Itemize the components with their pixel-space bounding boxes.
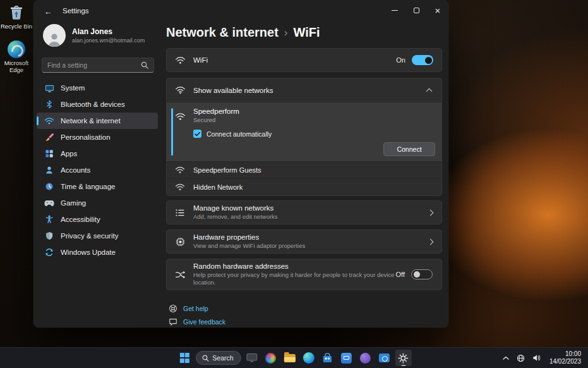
network-tray-button[interactable]: [513, 350, 528, 365]
row-subtitle: View and manage WiFi adaptor properties: [193, 242, 408, 250]
search-input[interactable]: [47, 61, 141, 69]
breadcrumb-separator-icon: ›: [284, 26, 288, 39]
network-icon: [44, 117, 54, 125]
show-available-networks-header[interactable]: Show available networks: [167, 78, 441, 102]
random-hardware-toggle[interactable]: [411, 269, 433, 279]
settings-window: ← Settings × Alan Jones alan.jones.w: [33, 0, 448, 328]
network-item-speedperform-guests[interactable]: Speedperform Guests: [167, 161, 441, 178]
taskbar-clock[interactable]: 10:00 14/02/2023: [545, 350, 585, 365]
random-hardware-state-label: Off: [396, 271, 405, 278]
sidebar-item-label: Accounts: [61, 166, 90, 174]
network-item-speedperform[interactable]: Speedperform Secured Connect automatical…: [167, 102, 441, 161]
start-icon: [180, 353, 190, 363]
toggle-knob: [414, 271, 420, 278]
desktop-icon-recycle-bin[interactable]: Recycle Bin: [0, 4, 33, 30]
close-icon: ×: [435, 6, 441, 15]
sidebar-item-apps[interactable]: Apps: [37, 145, 158, 162]
check-icon: [195, 132, 200, 137]
get-help-link[interactable]: Get help: [169, 302, 442, 315]
sidebar-item-bluetooth-devices[interactable]: Bluetooth & devices: [37, 96, 158, 113]
start-button[interactable]: [176, 350, 193, 366]
available-networks-icon: [167, 86, 193, 94]
row-title: Hardware properties: [193, 233, 428, 241]
page-title: WiFi: [293, 25, 320, 40]
taskbar-search-label: Search: [212, 354, 233, 362]
volume-tray-button[interactable]: [529, 350, 544, 365]
accessibility-icon: [44, 215, 54, 224]
wifi-toggle[interactable]: [412, 55, 433, 65]
breadcrumb-parent[interactable]: Network & internet: [166, 25, 279, 40]
app-icon-purple: [360, 353, 371, 364]
gaming-icon: [44, 200, 54, 207]
desktop: Recycle Bin Microsoft Edge ← Settings ×: [0, 0, 588, 368]
user-profile[interactable]: Alan Jones alan.jones.wm@hotmail.com: [43, 24, 145, 47]
mail-icon: [341, 353, 352, 364]
help-icon: [169, 304, 177, 313]
search-icon: [141, 61, 148, 69]
give-feedback-link[interactable]: Give feedback: [169, 315, 442, 328]
close-button[interactable]: ×: [427, 0, 448, 20]
file-explorer-button[interactable]: [282, 350, 298, 366]
bluetooth-icon: [44, 100, 54, 109]
back-button[interactable]: ←: [39, 3, 57, 20]
minimize-button[interactable]: [384, 0, 405, 20]
sidebar-item-system[interactable]: System: [37, 80, 158, 96]
search-box[interactable]: [42, 58, 154, 73]
network-item-hidden-network[interactable]: Hidden Network: [167, 178, 441, 195]
camera-button[interactable]: [376, 350, 393, 366]
clock-time: 10:00: [549, 350, 581, 358]
sidebar-nav: System Bluetooth & devices Network & int…: [37, 80, 158, 261]
task-view-icon: [246, 353, 258, 363]
task-view-button[interactable]: [244, 350, 260, 366]
hardware-properties-row[interactable]: Hardware properties View and manage WiFi…: [166, 230, 442, 254]
manage-known-networks-row[interactable]: Manage known networks Add, remove, and e…: [166, 200, 442, 224]
sidebar-item-accounts[interactable]: Accounts: [37, 162, 158, 178]
network-name: Speedperform: [193, 107, 239, 115]
sidebar-item-label: Network & internet: [61, 117, 121, 125]
sidebar-item-label: Privacy & security: [61, 232, 118, 240]
photos-icon: [265, 353, 276, 364]
wifi-label: WiFi: [193, 56, 396, 64]
sidebar-item-accessibility[interactable]: Accessibility: [37, 211, 158, 228]
network-globe-icon: [517, 354, 525, 362]
privacy-security-icon: [44, 231, 54, 240]
apps-icon: [44, 149, 54, 158]
wifi-icon: [167, 183, 193, 191]
edge-icon: [303, 352, 315, 364]
sidebar-item-network-internet[interactable]: Network & internet: [37, 113, 158, 129]
chevron-right-icon: [428, 209, 434, 216]
connect-button[interactable]: Connect: [383, 142, 435, 156]
clock-date: 14/02/2023: [549, 358, 581, 365]
sidebar-item-windows-update[interactable]: Windows Update: [37, 244, 158, 261]
sidebar-item-personalisation[interactable]: Personalisation: [37, 129, 158, 145]
mail-button[interactable]: [339, 350, 355, 366]
link-label: Give feedback: [183, 318, 225, 326]
sidebar-item-gaming[interactable]: Gaming: [37, 195, 158, 211]
checkbox-label: Connect automatically: [207, 130, 272, 138]
tray-overflow-button[interactable]: [500, 350, 512, 365]
accounts-icon: [44, 166, 54, 175]
edge-icon: [8, 40, 25, 58]
taskbar-search[interactable]: Search: [195, 351, 241, 365]
camera-icon: [379, 353, 390, 362]
sidebar-item-privacy-security[interactable]: Privacy & security: [37, 228, 158, 244]
sidebar-item-time-language[interactable]: Time & language: [37, 178, 158, 195]
photos-button[interactable]: [263, 350, 279, 366]
sidebar-item-label: Apps: [61, 150, 77, 157]
volume-icon: [532, 354, 541, 362]
maximize-button[interactable]: [405, 0, 427, 20]
desktop-icon-label: Recycle Bin: [1, 23, 32, 30]
wifi-icon: [167, 166, 193, 174]
row-subtitle: Help protect your privacy by making it h…: [193, 271, 396, 287]
desktop-icon-microsoft-edge[interactable]: Microsoft Edge: [0, 40, 33, 73]
edge-button[interactable]: [301, 350, 317, 366]
store-button[interactable]: [320, 350, 336, 366]
app-button-purple[interactable]: [357, 350, 374, 366]
settings-taskbar-button[interactable]: [395, 350, 412, 366]
taskbar-center: Search: [176, 350, 411, 366]
desktop-icon-label: Microsoft Edge: [0, 59, 33, 73]
list-icon: [167, 209, 193, 217]
taskbar: Search: [0, 347, 588, 368]
system-icon: [44, 83, 54, 93]
connect-automatically-checkbox[interactable]: [193, 130, 201, 138]
